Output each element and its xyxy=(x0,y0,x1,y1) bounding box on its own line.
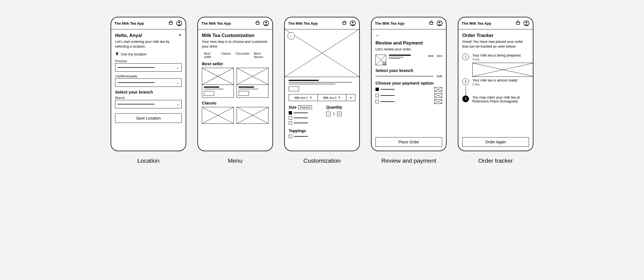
close-icon[interactable]: ✕ xyxy=(178,33,182,37)
topbar-icons xyxy=(341,20,356,26)
order-item xyxy=(375,55,442,65)
product-desc-placeholder xyxy=(204,89,223,89)
category-tabs: Best seller Classic Chocolate More flavo… xyxy=(204,52,269,59)
branch-label: Branch xyxy=(115,96,182,99)
product-card[interactable] xyxy=(237,68,269,98)
payment-heading: Choose your payment option xyxy=(375,81,442,85)
tab-more-flavors[interactable]: More flavors xyxy=(254,52,269,59)
close-icon[interactable]: ✕ xyxy=(338,96,340,99)
back-button[interactable]: ← xyxy=(288,32,295,39)
order-title-placeholder xyxy=(389,55,411,56)
review-heading: Review and Payment xyxy=(375,40,442,46)
back-arrow-icon[interactable]: ← xyxy=(375,33,381,39)
product-title-placeholder xyxy=(204,87,219,88)
product-card[interactable] xyxy=(202,68,234,98)
size-option-3[interactable] xyxy=(289,121,318,125)
step-time: 2 min. xyxy=(472,83,518,86)
qty-minus-button[interactable]: − xyxy=(326,112,331,116)
cart-icon[interactable] xyxy=(428,20,434,26)
caption-review: Review and payment xyxy=(381,157,436,164)
province-select[interactable]: ⌄ xyxy=(115,63,182,72)
cart-icon[interactable] xyxy=(255,20,261,26)
product-title-placeholder xyxy=(239,87,254,88)
payment-logo-placeholder xyxy=(434,87,442,92)
location-pin-icon xyxy=(115,52,119,57)
payment-option-1[interactable] xyxy=(375,87,442,92)
topbar-icons xyxy=(255,20,269,26)
classic-cards xyxy=(202,107,269,124)
best-seller-heading: Best seller xyxy=(202,61,269,66)
product-image-placeholder xyxy=(237,68,268,85)
close-icon[interactable]: ✕ xyxy=(309,96,312,99)
svg-point-13 xyxy=(352,22,354,24)
order-thumb-placeholder xyxy=(375,55,386,65)
product-image-placeholder xyxy=(202,68,234,85)
topping-option[interactable] xyxy=(289,135,355,138)
tea-tab-1[interactable]: Milk tea 1 ✕ xyxy=(289,94,318,101)
tab-chocolate[interactable]: Chocolate xyxy=(235,52,249,59)
tab-classic[interactable]: Classic xyxy=(221,52,231,59)
topbar-icons xyxy=(515,20,529,26)
size-label: Size xyxy=(289,105,297,109)
profile-icon[interactable] xyxy=(263,20,269,26)
classic-heading: Classic xyxy=(202,101,269,105)
city-select[interactable]: ⌄ xyxy=(115,78,182,87)
menu-content: Milk Tea Customization Your next step is… xyxy=(198,29,272,151)
app-title: The Milk Tea App xyxy=(201,21,231,25)
quantity-stepper: − 2 + xyxy=(326,112,355,116)
save-location-label: Save Location xyxy=(136,116,161,120)
order-meta xyxy=(428,55,442,56)
branch-select[interactable]: ⌄ xyxy=(115,100,182,108)
payment-logo-placeholder xyxy=(434,99,442,104)
profile-icon[interactable] xyxy=(523,20,529,26)
tea-tab-2-label: Milk tea 2 xyxy=(323,96,336,99)
branch-value-placeholder xyxy=(375,76,433,76)
screen-review-col: The Milk Tea App ← Review and Payment Le… xyxy=(371,17,447,164)
cart-icon[interactable] xyxy=(515,20,521,26)
caption-customization: Customization xyxy=(303,157,340,164)
cart-icon[interactable] xyxy=(341,20,347,26)
product-image-placeholder[interactable] xyxy=(237,107,269,124)
payment-option-3[interactable] xyxy=(375,99,442,104)
screen-tracker-col: The Milk Tea App Order Tracker Great! Yo… xyxy=(458,17,533,164)
step-text: You may claim your milk tea at Robinsons… xyxy=(472,95,529,103)
size-option-2[interactable] xyxy=(289,116,318,120)
tab-best-seller[interactable]: Best seller xyxy=(204,52,217,59)
svg-point-17 xyxy=(439,22,440,24)
profile-icon[interactable] xyxy=(437,20,443,26)
add-tea-button[interactable]: + xyxy=(346,94,355,101)
product-price-pill xyxy=(239,91,249,96)
product-image-placeholder[interactable] xyxy=(202,107,234,124)
step-number: 2 xyxy=(462,78,469,85)
tracker-heading: Order Tracker xyxy=(462,33,529,38)
payment-option-2[interactable] xyxy=(375,93,442,98)
edit-branch-link[interactable]: Edit xyxy=(437,74,442,78)
screen-customization-col: The Milk Tea App ← xyxy=(284,17,360,164)
size-option-1[interactable] xyxy=(289,111,318,115)
use-my-location-row[interactable]: Use my location xyxy=(115,52,182,57)
city-value-placeholder xyxy=(118,82,155,83)
step-connector xyxy=(466,87,466,97)
profile-icon[interactable] xyxy=(176,20,182,26)
tracker-image-placeholder xyxy=(472,63,533,77)
product-price-pill xyxy=(204,91,214,96)
topbar-icons xyxy=(168,20,182,26)
order-again-button[interactable]: Order Again xyxy=(462,137,529,147)
cart-icon[interactable] xyxy=(168,20,174,26)
qty-plus-button[interactable]: + xyxy=(337,112,342,116)
tracker-intro: Great! You have now placed your order th… xyxy=(462,39,529,49)
review-intro: Let's review your order. xyxy=(375,47,442,52)
place-order-button[interactable]: Place Order xyxy=(375,137,442,147)
tea-tab-2[interactable]: Milk tea 2 ✕ xyxy=(318,94,346,101)
step-text: Your milk tea is almost ready! xyxy=(472,78,518,82)
tea-tab-1-label: Milk tea 1 xyxy=(295,96,308,99)
profile-icon[interactable] xyxy=(350,20,356,26)
review-content: ← Review and Payment Let's review your o… xyxy=(372,29,446,151)
phone-frame-customization: The Milk Tea App ← xyxy=(284,17,360,151)
wireframe-row: The Milk Tea App Hello, Anya! ✕ Let's st… xyxy=(8,17,636,164)
topbar: The Milk Tea App xyxy=(372,17,446,29)
drink-desc-placeholder xyxy=(289,84,335,84)
save-location-button[interactable]: Save Location xyxy=(115,113,182,123)
greeting-heading: Hello, Anya! xyxy=(115,33,143,38)
required-badge: Required xyxy=(298,105,312,109)
